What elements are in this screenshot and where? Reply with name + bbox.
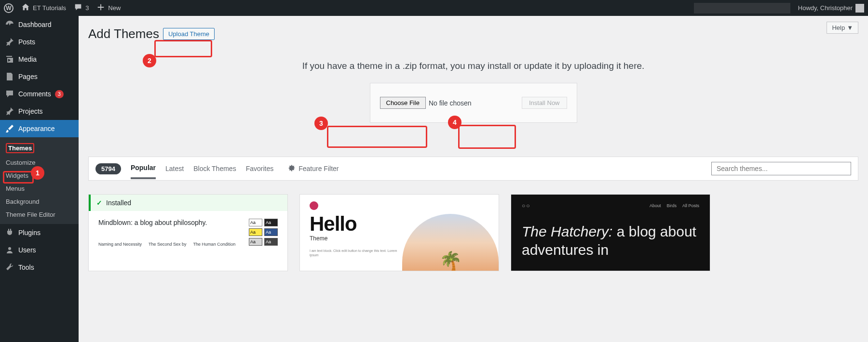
wrench-icon [5,263,14,272]
menu-dashboard[interactable]: Dashboard [0,16,79,33]
theme-count: 5794 [95,163,121,174]
wordpress-icon: W [4,3,14,13]
theme-card-hatchery[interactable]: ○○ About Birds All Posts The Hatchery: a… [511,194,710,271]
theme3-nav-item: All Posts [682,203,699,208]
help-button[interactable]: Help ▼ [827,22,858,34]
theme-preview-title: Mindblown: a blog about philosophy. [98,219,249,226]
home-icon [21,3,30,13]
theme-card-hello[interactable]: Hello Theme I am text block. Click edit … [299,194,499,271]
pin-icon [5,106,14,116]
filter-latest[interactable]: Latest [165,165,184,178]
page-title: Add Themes [88,26,159,41]
comments-count: 3 [85,4,89,12]
check-icon: ✓ [96,199,102,207]
submenu-theme-file-editor[interactable]: Theme File Editor [0,208,79,221]
menu-label: Pages [18,73,38,80]
installed-label: Installed [106,199,131,207]
elementor-icon [310,201,318,210]
appearance-submenu: Themes Customize Widgets Menus Backgroun… [0,137,79,224]
submenu-background[interactable]: Background [0,195,79,208]
install-now-button[interactable]: Install Now [522,97,567,109]
howdy-text: Howdy, Christopher [798,4,853,12]
preview-col: The Human Condition [193,242,236,247]
file-status: No file chosen [429,99,472,107]
choose-file-button[interactable]: Choose File [380,97,426,109]
menu-label: Users [18,246,36,254]
admin-toolbar: W ET Tutorials 3 New Howdy, Christopher [0,0,868,16]
upload-theme-button[interactable]: Upload Theme [163,28,215,40]
menu-projects[interactable]: Projects [0,103,79,120]
preview-col: Naming and Necessity [98,242,142,247]
new-content[interactable]: New [96,3,121,13]
upload-instructions: If you have a theme in a .zip format, yo… [88,61,858,71]
preview-col: The Second Sex by [149,242,187,247]
filter-favorites[interactable]: Favorites [246,165,274,178]
comment-icon [74,3,82,13]
pin-icon [5,37,14,47]
menu-label: Comments [18,90,51,98]
site-home-link[interactable]: ET Tutorials [21,3,66,13]
my-account[interactable]: Howdy, Christopher [798,4,864,13]
avatar-icon [855,4,864,13]
brush-icon [5,124,14,133]
submenu-themes[interactable]: Themes [0,140,79,156]
wp-logo[interactable]: W [4,3,14,13]
menu-media[interactable]: Media [0,51,79,68]
svg-point-0 [8,247,11,250]
theme-search-input[interactable] [711,162,851,175]
upload-form: Choose File No file chosen Install Now [370,83,577,123]
filter-popular[interactable]: Popular [131,164,156,179]
menu-tools[interactable]: Tools [0,259,79,276]
users-icon [5,245,14,255]
plugin-icon [5,228,14,237]
themes-grid: ✓ Installed Mindblown: a blog about phil… [88,194,858,271]
menu-label: Appearance [18,125,55,132]
gear-icon [288,164,296,173]
comments-badge: 3 [55,90,64,98]
theme-card-twentytwentythree[interactable]: ✓ Installed Mindblown: a blog about phil… [88,194,288,271]
menu-posts[interactable]: Posts [0,33,79,51]
feature-filter-button[interactable]: Feature Filter [288,164,339,173]
filter-block-themes[interactable]: Block Themes [193,165,236,178]
menu-label: Dashboard [18,21,52,28]
menu-label: Tools [18,263,34,271]
menu-label: Media [18,55,37,63]
palm-icon: 🌴 [439,250,462,271]
menu-comments[interactable]: Comments 3 [0,85,79,103]
style-swatches: AaAa AaAa AaAa [249,219,278,247]
menu-plugins[interactable]: Plugins [0,224,79,241]
chevron-down-icon: ▼ [847,24,853,31]
page-icon [5,72,14,81]
theme3-nav-item: Birds [666,203,677,208]
submenu-customize[interactable]: Customize [0,156,79,169]
menu-pages[interactable]: Pages [0,68,79,85]
submenu-menus[interactable]: Menus [0,182,79,195]
site-name: ET Tutorials [33,4,66,12]
menu-label: Plugins [18,229,41,237]
theme-filter-bar: 5794 Popular Latest Block Themes Favorit… [88,157,858,181]
toolbar-dark-widget[interactable] [694,3,790,13]
media-icon [5,54,14,64]
dashboard-icon [5,20,14,29]
submenu-widgets[interactable]: Widgets [0,169,79,182]
theme3-nav-item: About [650,203,661,208]
comment-icon [5,89,14,99]
theme3-logo: ○○ [522,202,531,209]
theme-preview-lorem: I am text block. Click edit button to ch… [310,249,401,257]
menu-users[interactable]: Users [0,241,79,259]
menu-label: Posts [18,38,35,46]
feature-filter-label: Feature Filter [298,165,339,172]
new-label: New [108,4,121,12]
theme3-title: The Hatchery: a blog about adventures in [522,223,699,259]
installed-banner: ✓ Installed [89,195,287,211]
admin-sidebar: Dashboard Posts Media Pages Comments 3 P… [0,16,79,342]
main-content: Help ▼ Add Themes Upload Theme If you ha… [79,16,868,342]
menu-appearance[interactable]: Appearance [0,120,79,137]
plus-icon [96,3,105,13]
comments-toolbar[interactable]: 3 [74,3,89,13]
help-label: Help [832,24,845,31]
menu-label: Projects [18,107,43,115]
